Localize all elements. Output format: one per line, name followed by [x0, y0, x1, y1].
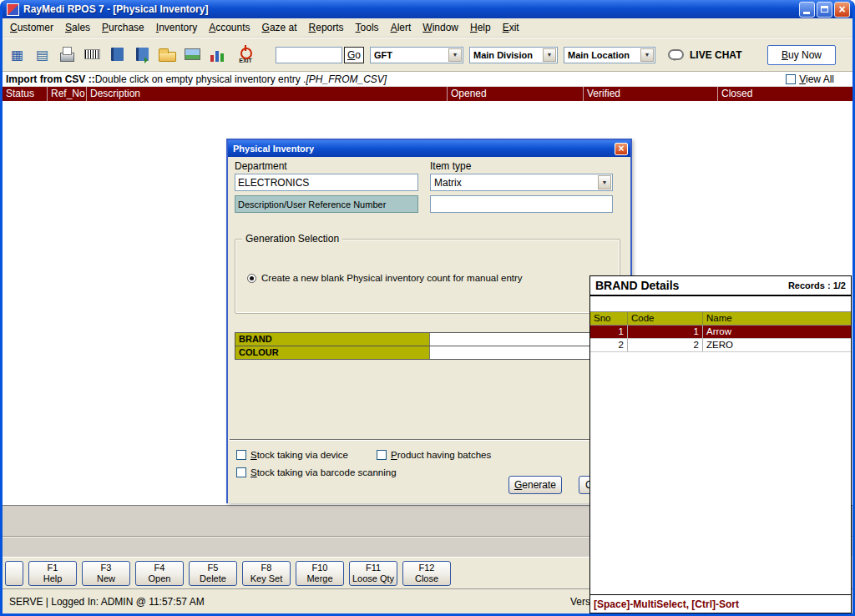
ledger-icon[interactable] — [108, 44, 127, 65]
info-message: Double click on empty physical inventory… — [95, 73, 306, 85]
close-button[interactable] — [834, 2, 850, 18]
menu-item-tools[interactable]: Tools — [350, 19, 385, 36]
blank-function-button[interactable] — [5, 561, 23, 586]
column-closed[interactable]: Closed — [717, 87, 852, 101]
store-select[interactable]: GFT — [370, 47, 463, 63]
menu-item-purchase[interactable]: Purchase — [96, 19, 150, 36]
f4-open-button[interactable]: F4 Open — [135, 561, 184, 586]
f11-loose-qty-button[interactable]: F11 Loose Qty — [349, 561, 397, 586]
colour-value-cell[interactable] — [430, 346, 601, 359]
view-all-checkbox[interactable] — [786, 74, 796, 84]
search-input[interactable] — [276, 47, 342, 63]
menu-item-customer[interactable]: Customer — [4, 19, 59, 36]
toolbar: EXIT Go GFT Main Division Main Location … — [3, 38, 852, 72]
menu-item-window[interactable]: Window — [417, 19, 464, 36]
location-select[interactable]: Main Location — [564, 47, 655, 63]
app-window: RayMedi RPOS 7 - [Physical Inventory] Cu… — [0, 0, 855, 616]
reference-field[interactable] — [430, 195, 613, 213]
brand-details-panel: BRAND Details Records : 1/2 Sno Code Nam… — [589, 275, 852, 613]
stock-book-icon[interactable] — [133, 44, 152, 65]
physical-inventory-dialog: Physical Inventory Department Item type … — [226, 139, 632, 503]
menu-item-accounts[interactable]: Accounts — [203, 19, 255, 36]
location-select-value: Main Location — [568, 50, 630, 60]
item-type-label: Item type — [430, 160, 471, 172]
invoice-icon[interactable] — [8, 44, 27, 65]
f10-merge-button[interactable]: F10 Merge — [296, 561, 344, 586]
col-sno[interactable]: Sno — [590, 312, 627, 325]
column-verified[interactable]: Verified — [583, 87, 717, 101]
manual-entry-radio[interactable] — [247, 274, 256, 283]
brand-value-cell[interactable] — [430, 333, 601, 346]
group-label: Generation Selection — [242, 233, 342, 245]
generate-button[interactable]: Generate — [508, 476, 562, 494]
product-batches-label: Product having batches — [391, 450, 491, 460]
divider — [230, 439, 629, 441]
image-icon[interactable] — [183, 44, 202, 65]
barcode-icon[interactable] — [83, 44, 102, 65]
records-count: Records : 1/2 — [788, 280, 846, 290]
col-name[interactable]: Name — [702, 312, 851, 325]
brand-table: Sno Code Name 1 1 Arrow 2 2 ZERO — [590, 311, 851, 352]
division-select[interactable]: Main Division — [469, 47, 558, 63]
brand-details-title: BRAND Details — [595, 279, 679, 292]
open-folder-icon[interactable] — [158, 44, 177, 65]
department-label: Department — [235, 160, 287, 172]
menu-item-inventory[interactable]: Inventory — [150, 19, 203, 36]
menu-item-gaze-at[interactable]: Gaze at — [256, 19, 303, 36]
stock-device-checkbox[interactable] — [236, 450, 246, 460]
chevron-down-icon[interactable] — [543, 48, 556, 62]
menu-item-reports[interactable]: Reports — [303, 19, 350, 36]
multiselect-hint: [Space]-MultiSelect, [Ctrl]-Sort — [590, 594, 851, 613]
power-icon — [238, 45, 253, 58]
column-ref-no[interactable]: Ref_No — [47, 87, 86, 101]
exit-button[interactable]: EXIT — [233, 45, 258, 64]
store-select-value: GFT — [374, 50, 392, 60]
f5-delete-button[interactable]: F5 Delete — [189, 561, 237, 586]
buy-now-button[interactable]: Buy Now — [767, 45, 836, 65]
f3-new-button[interactable]: F3 New — [82, 561, 130, 586]
f8-key-set-button[interactable]: F8 Key Set — [242, 561, 291, 586]
menu-item-exit[interactable]: Exit — [497, 19, 525, 36]
col-code[interactable]: Code — [627, 312, 702, 325]
manual-entry-radio-label: Create a new blank Physical inventory co… — [261, 273, 523, 283]
department-field[interactable] — [235, 174, 418, 191]
f1-help-button[interactable]: F1 Help — [28, 561, 77, 586]
division-select-value: Main Division — [473, 50, 533, 60]
chart-icon[interactable] — [208, 44, 227, 65]
generation-selection-group: Generation Selection Create a new blank … — [235, 239, 620, 314]
brand-table-header: Sno Code Name — [590, 312, 851, 326]
dialog-title-bar: Physical Inventory — [228, 140, 630, 157]
restore-button[interactable] — [817, 2, 832, 18]
table-row[interactable]: 2 2 ZERO — [590, 339, 851, 352]
live-chat-button[interactable]: LIVE CHAT — [668, 49, 741, 61]
barcode-scan-checkbox[interactable] — [236, 467, 246, 477]
column-opened[interactable]: Opened — [447, 87, 583, 101]
stock-device-label: Stock taking via device — [250, 450, 348, 460]
minimize-button[interactable] — [799, 2, 815, 18]
title-bar: RayMedi RPOS 7 - [Physical Inventory] — [3, 0, 852, 18]
app-icon — [7, 3, 19, 16]
column-status[interactable]: Status — [3, 87, 47, 101]
dialog-close-button[interactable] — [615, 143, 628, 155]
menu-item-alert[interactable]: Alert — [385, 19, 417, 36]
product-batches-checkbox[interactable] — [377, 450, 387, 460]
go-button[interactable]: Go — [344, 47, 364, 63]
reference-label: Description/User Reference Number — [235, 195, 418, 213]
chevron-down-icon[interactable] — [640, 48, 654, 62]
view-all-label: View All — [799, 73, 834, 85]
colour-row-label[interactable]: COLOUR — [235, 346, 430, 359]
brand-row-label[interactable]: BRAND — [235, 333, 430, 346]
menu-item-sales[interactable]: Sales — [59, 19, 96, 36]
chevron-down-icon[interactable] — [598, 175, 611, 189]
table-row[interactable]: 1 1 Arrow — [590, 326, 851, 339]
item-type-select[interactable]: Matrix — [430, 174, 613, 191]
chevron-down-icon[interactable] — [448, 48, 462, 62]
f12-close-button[interactable]: F12 Close — [402, 561, 451, 586]
print-icon[interactable] — [58, 44, 77, 65]
attribute-grid: BRAND COLOUR — [235, 332, 602, 360]
receipt-icon[interactable] — [33, 44, 52, 65]
column-description[interactable]: Description — [86, 87, 447, 101]
menu-item-help[interactable]: Help — [464, 19, 497, 36]
dialog-title: Physical Inventory — [233, 144, 615, 154]
window-title: RayMedi RPOS 7 - [Physical Inventory] — [23, 3, 799, 15]
